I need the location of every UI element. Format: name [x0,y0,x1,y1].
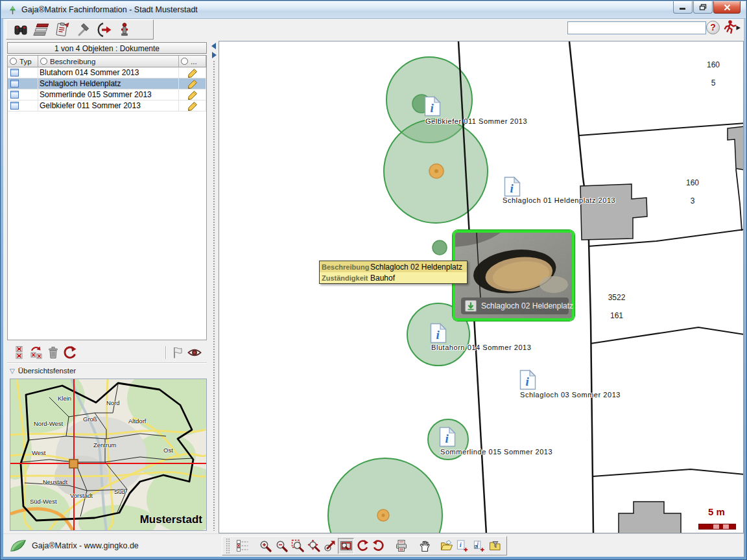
object-row[interactable]: Blutahorn 014 Sommer 2013 [8,67,206,78]
map-marker[interactable]: i [430,323,447,346]
parcel-number: 1605 [700,56,726,92]
quick-search-input[interactable] [567,21,706,34]
collapse-right-icon[interactable] [212,52,217,58]
close-button[interactable] [713,1,741,14]
edit-cell[interactable] [179,67,206,78]
panel-splitter[interactable] [209,41,219,533]
app-icon [8,5,18,15]
object-type-icon [10,69,19,76]
district-label: West [32,449,45,456]
collapse-left-icon[interactable] [211,43,216,49]
help-button[interactable]: ? [706,21,720,34]
tree-circle[interactable] [328,458,442,533]
pan-hand-button[interactable] [416,538,432,554]
map-marker[interactable]: i [439,426,456,450]
object-row[interactable]: Schlagloch Heldenplatz [8,78,206,89]
zoom-window-button[interactable] [338,538,354,554]
hammer-icon [75,21,91,38]
object-description[interactable]: Schlagloch Heldenplatz [38,78,179,89]
minimize-button[interactable] [673,1,693,14]
object-description[interactable]: Blutahorn 014 Sommer 2013 [38,67,179,78]
legend-button[interactable] [234,538,250,554]
objects-button[interactable] [114,21,135,38]
zoom-pan-button[interactable] [305,538,322,554]
bottom-bar: Gaja®Matrix - www.gingko.de [3,533,744,557]
layers-button[interactable] [31,21,52,38]
zoom-extent-icon [324,539,337,552]
edit-cell[interactable] [179,100,206,111]
tools-button[interactable] [73,21,93,38]
zoom-extent-button[interactable] [322,538,338,554]
object-filter-button[interactable] [487,538,503,554]
hand-icon [418,539,431,552]
photo-popup[interactable]: Schlagloch 02 Heldenplatz [453,230,575,321]
report-button[interactable] [52,21,73,38]
object-description[interactable]: Gelbkiefer 011 Sommer 2013 [38,100,179,111]
overview-position-marker[interactable] [69,460,78,468]
view-undo-button[interactable] [354,538,370,554]
overview-section-header[interactable]: ▽ Übersichtsfenster [10,367,76,375]
object-row[interactable]: Sommerlinde 015 Sommer 2013 [8,89,206,100]
svg-text:i: i [526,375,530,388]
visibility-button[interactable] [186,344,203,361]
map-marker[interactable]: i [424,96,441,119]
document-info-icon: i [519,369,536,390]
undo-arrow-icon [62,345,78,360]
zoom-window-icon [340,539,353,552]
district-label: Ost [163,447,173,454]
add-info-object-icon: i [456,539,469,552]
flag-button[interactable] [169,344,186,361]
edit-cell[interactable] [179,89,206,100]
invert-selection-button[interactable] [28,344,45,361]
add-linked-object-button[interactable]: i [471,538,487,554]
column-header-beschreibung[interactable]: Beschreibung [38,56,179,67]
zoom-pan-icon [307,539,320,552]
print-button[interactable] [393,538,409,554]
add-info-object-button[interactable]: i [455,538,471,554]
maximize-button[interactable] [693,1,713,14]
radio-icon [40,58,47,65]
window-title: Gaja®Matrix Fachinformation - Stadt Must… [21,5,198,14]
object-list-header[interactable]: 1 von 4 Objekten : Dokumente [7,42,207,54]
titlebar: Gaja®Matrix Fachinformation - Stadt Must… [1,1,746,19]
run-button[interactable] [722,19,741,37]
pencil-icon [187,90,198,100]
hydrant-icon [116,21,133,38]
photo-caption: Schlagloch 02 Heldenplatz [461,298,569,314]
edit-cell[interactable] [179,78,206,89]
tree-dot[interactable] [433,240,447,255]
collapse-triangle-icon: ▽ [10,368,15,375]
deselect-all-button[interactable] [11,344,28,361]
object-row[interactable]: Gelbkiefer 011 Sommer 2013 [8,100,206,111]
object-type-cell [8,100,38,111]
logout-button[interactable] [93,21,114,38]
parcel-number: 3522161 [599,288,634,325]
view-redo-icon [372,539,385,552]
object-type-cell [8,89,38,100]
pencil-icon [187,68,198,78]
column-header-typ[interactable]: Typ [8,56,38,67]
document-info-icon: i [430,323,447,344]
undo-button[interactable] [62,344,78,361]
toolbar-grip[interactable] [226,538,230,554]
tooltip-value: Bauhof [370,274,467,283]
download-icon[interactable] [465,300,477,312]
svg-text:i: i [431,101,434,115]
view-redo-button[interactable] [370,538,386,554]
zoom-in-button[interactable] [257,538,273,554]
delete-button[interactable] [45,344,62,361]
zoom-out-button[interactable] [273,538,289,554]
status-text: Gaja®Matrix - www.gingko.de [32,541,139,550]
binoculars-icon [12,21,29,38]
overview-map[interactable]: KleinNordNord-WestGroßAltdorfWestZentrum… [10,379,207,531]
search-button[interactable] [10,21,31,38]
column-header-more[interactable]: ... [179,56,206,67]
parcel-number-line: 160 [680,174,706,192]
add-linked-object-icon: i [472,539,486,552]
tooltip-label: Beschreibung [320,263,370,271]
open-folder-button[interactable] [438,538,455,554]
map-marker[interactable]: i [519,369,536,393]
zoom-rect-button[interactable] [289,538,305,554]
map-view[interactable]: 160516033522161 iGelbkiefer 011 Sommer 2… [219,41,744,533]
object-description[interactable]: Sommerlinde 015 Sommer 2013 [38,89,179,100]
